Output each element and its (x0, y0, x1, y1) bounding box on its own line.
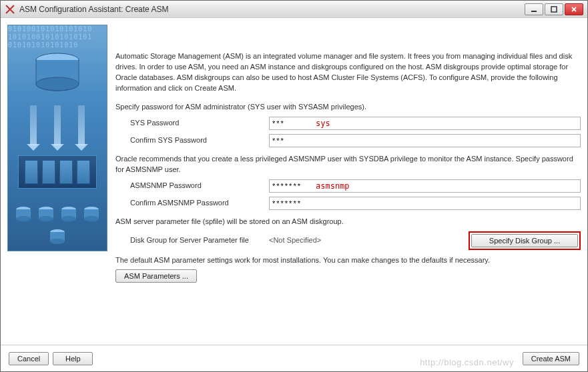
confirm-sys-password-input[interactable] (269, 134, 581, 147)
highlight-box: Specify Disk Group ... (469, 231, 581, 250)
titlebar: ASM Configuration Assistant: Create ASM (1, 1, 587, 18)
svg-rect-1 (551, 7, 557, 12)
confirm-asmsnmp-password-input[interactable] (269, 197, 581, 210)
diskgroup-value: <Not Specified> (269, 235, 469, 246)
minimize-button[interactable] (525, 3, 543, 15)
create-asm-button[interactable]: Create ASM (523, 352, 579, 365)
maximize-button[interactable] (545, 3, 563, 15)
svg-point-19 (50, 239, 65, 244)
spfile-label: ASM server parameter file (spfile) will … (115, 217, 581, 227)
asmsnmp-password-label: ASMSNMP Password (115, 181, 269, 191)
confirm-asmsnmp-password-label: Confirm ASMSNMP Password (115, 198, 269, 209)
sys-group-label: Specify password for ASM administrator (… (115, 102, 581, 113)
help-button[interactable]: Help (53, 352, 93, 365)
svg-point-16 (84, 216, 99, 221)
watermark: http://blog.csdn.net/wy (420, 357, 514, 367)
window: ASM Configuration Assistant: Create ASM … (0, 0, 588, 372)
intro-text: Automatic Storage Management (ASM) is an… (115, 51, 581, 94)
close-button[interactable] (565, 3, 583, 15)
sys-password-label: SYS Password (115, 118, 269, 129)
app-x-icon (5, 4, 15, 15)
svg-point-13 (61, 216, 76, 221)
diskgroup-label: Disk Group for Server Parameter file (115, 235, 269, 246)
specify-disk-group-button[interactable]: Specify Disk Group ... (471, 234, 578, 247)
confirm-sys-password-label: Confirm SYS Password (115, 135, 269, 146)
asmsnmp-group-label: Oracle recommends that you create a less… (115, 154, 581, 175)
svg-rect-0 (531, 11, 537, 12)
wizard-graphic: 0101001010101010101010100101010101010101… (7, 25, 107, 251)
cancel-button[interactable]: Cancel (9, 352, 49, 365)
window-title: ASM Configuration Assistant: Create ASM (19, 5, 525, 14)
asm-parameters-button[interactable]: ASM Parameters ... (115, 269, 197, 283)
svg-point-7 (16, 216, 31, 221)
defaults-label: The default ASM parameter settings work … (115, 255, 581, 266)
svg-point-10 (39, 216, 53, 221)
asmsnmp-password-input[interactable] (269, 179, 581, 193)
sys-password-input[interactable] (269, 117, 581, 130)
